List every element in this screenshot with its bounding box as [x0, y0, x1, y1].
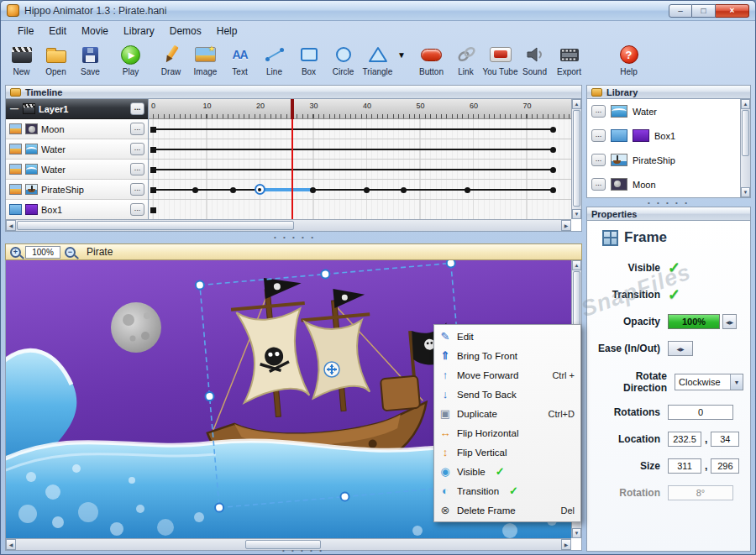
- zoom-level[interactable]: 100%: [25, 246, 60, 259]
- draw-button[interactable]: Draw: [154, 42, 188, 76]
- layer-more-button[interactable]: ...: [130, 183, 144, 196]
- collapse-icon[interactable]: —: [9, 104, 19, 113]
- export-button[interactable]: Export: [552, 42, 586, 76]
- menu-help[interactable]: Help: [209, 23, 245, 39]
- keyframe[interactable]: [150, 187, 156, 193]
- scroll-down-arrow[interactable]: ▼: [572, 209, 581, 219]
- help-button[interactable]: Help: [612, 42, 646, 76]
- layer-more-button[interactable]: ...: [130, 143, 144, 155]
- rotations-input[interactable]: 0: [668, 405, 733, 420]
- title-bar[interactable]: Hippo Animator 1.3 : Pirate.hani – □ ×: [1, 1, 755, 21]
- scroll-up-arrow[interactable]: ▲: [741, 99, 750, 109]
- menu-item-flip-vertical[interactable]: ↕Flip Vertical: [434, 442, 580, 462]
- selected-span[interactable]: [260, 188, 313, 191]
- keyframe[interactable]: [550, 187, 556, 193]
- library-more-button[interactable]: ...: [591, 154, 606, 166]
- size-height-input[interactable]: 296: [711, 458, 739, 474]
- panel-splitter[interactable]: • • • • •: [219, 547, 387, 554]
- layer-row-water-2[interactable]: Water ...: [6, 160, 148, 180]
- scroll-right-arrow[interactable]: ▶: [561, 220, 571, 231]
- library-vscrollbar[interactable]: ▲ ▼: [740, 99, 750, 197]
- menu-item-send-to-back[interactable]: ↓Send To Back: [434, 385, 580, 404]
- track-box1[interactable]: [149, 200, 571, 219]
- scroll-right-arrow[interactable]: ▶: [561, 539, 571, 550]
- layer-more-button[interactable]: ...: [130, 163, 144, 175]
- track-water-1[interactable]: [149, 139, 571, 160]
- transition-checkbox[interactable]: ✓: [668, 285, 680, 304]
- library-more-button[interactable]: ...: [591, 178, 606, 191]
- sound-button[interactable]: Sound: [517, 42, 552, 76]
- visible-checkbox[interactable]: ✓: [668, 259, 680, 277]
- keyframe[interactable]: [550, 127, 556, 133]
- scroll-down-arrow[interactable]: ▼: [572, 528, 581, 538]
- menu-file[interactable]: File: [10, 23, 41, 39]
- menu-item-duplicate[interactable]: ▣DuplicateCtrl+D: [434, 404, 580, 423]
- library-more-button[interactable]: ...: [591, 129, 606, 142]
- maximize-button[interactable]: □: [692, 4, 716, 18]
- scroll-thumb[interactable]: [17, 221, 294, 230]
- library-item-moon[interactable]: ... Moon: [587, 172, 740, 196]
- library-item-box1[interactable]: ... Box1: [587, 123, 740, 148]
- shapes-dropdown-arrow[interactable]: ▼: [395, 42, 408, 60]
- menu-edit[interactable]: Edit: [41, 23, 74, 39]
- menu-item-delete-frame[interactable]: ⊗Delete FrameDel: [434, 500, 580, 520]
- new-button[interactable]: New: [4, 42, 39, 76]
- layer-more-button[interactable]: ...: [130, 123, 144, 135]
- size-width-input[interactable]: 311: [668, 458, 701, 474]
- moon-object[interactable]: [111, 302, 161, 353]
- open-button[interactable]: Open: [39, 42, 73, 76]
- keyframe[interactable]: [465, 187, 470, 193]
- keyframe[interactable]: [550, 167, 556, 173]
- circle-button[interactable]: Circle: [326, 42, 360, 76]
- scroll-down-arrow[interactable]: ▼: [741, 187, 750, 197]
- chevron-down-icon[interactable]: ▼: [730, 374, 743, 390]
- layer-row-box1[interactable]: Box1 ...: [6, 200, 148, 220]
- play-button[interactable]: Play: [113, 42, 148, 76]
- text-button[interactable]: AAText: [223, 42, 257, 76]
- box-button[interactable]: Box: [291, 42, 326, 76]
- menu-item-move-forward[interactable]: ↑Move ForwardCtrl +: [434, 365, 580, 385]
- track-moon[interactable]: [149, 119, 571, 139]
- keyframe[interactable]: [150, 147, 156, 153]
- keyframe[interactable]: [310, 187, 316, 193]
- menu-demos[interactable]: Demos: [162, 23, 209, 39]
- layer-row-layer1[interactable]: — Layer1 ...: [6, 99, 148, 119]
- ease-stepper[interactable]: ◀▶: [668, 341, 693, 356]
- rotate-direction-select[interactable]: Clockwise ▼: [675, 374, 743, 390]
- link-button[interactable]: Link: [449, 42, 483, 76]
- layer-more-button[interactable]: ...: [130, 102, 144, 115]
- keyframe[interactable]: [150, 167, 156, 173]
- layer-row-pirateship[interactable]: PirateShip ...: [6, 180, 148, 200]
- library-item-water[interactable]: ... Water: [587, 99, 740, 123]
- move-handle[interactable]: [324, 362, 339, 377]
- panel-splitter[interactable]: • • • • •: [194, 233, 396, 241]
- track-pirateship[interactable]: [149, 180, 571, 200]
- scroll-left-arrow[interactable]: ◀: [6, 220, 16, 231]
- keyframe[interactable]: [150, 127, 156, 133]
- keyframe[interactable]: [230, 187, 236, 193]
- line-button[interactable]: Line: [257, 42, 291, 76]
- selected-keyframe[interactable]: [255, 184, 265, 195]
- track-water-2[interactable]: [149, 160, 571, 180]
- youtube-button[interactable]: You Tube: [483, 42, 517, 76]
- minimize-button[interactable]: –: [669, 4, 692, 18]
- timeline-hscrollbar[interactable]: ◀ ▶: [6, 219, 571, 231]
- location-y-input[interactable]: 34: [711, 432, 739, 447]
- save-button[interactable]: Save: [73, 42, 108, 76]
- opacity-bar[interactable]: 100%: [668, 314, 720, 329]
- location-x-input[interactable]: 232.5: [668, 432, 701, 447]
- library-item-pirateship[interactable]: ... PirateShip: [587, 148, 740, 172]
- keyframe[interactable]: [401, 187, 407, 193]
- layer-row-moon[interactable]: Moon ...: [6, 119, 148, 139]
- layer-row-water-1[interactable]: Water ...: [6, 139, 148, 160]
- zoom-out-button[interactable]: −: [65, 247, 76, 258]
- library-more-button[interactable]: ...: [591, 105, 606, 118]
- keyframe[interactable]: [550, 147, 556, 153]
- menu-item-transition[interactable]: ◐Transition✓: [434, 481, 580, 500]
- image-button[interactable]: Image: [188, 42, 223, 76]
- keyframe[interactable]: [364, 187, 370, 193]
- scroll-up-arrow[interactable]: ▲: [572, 99, 581, 109]
- menu-movie[interactable]: Movie: [74, 23, 116, 39]
- scroll-up-arrow[interactable]: ▲: [572, 260, 581, 270]
- menu-library[interactable]: Library: [116, 23, 162, 39]
